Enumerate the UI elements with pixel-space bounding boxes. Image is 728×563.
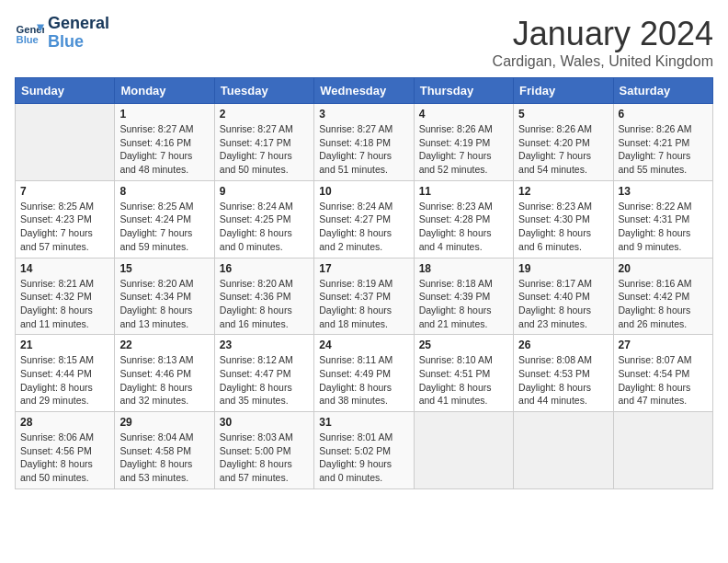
day-info: Sunrise: 8:11 AM Sunset: 4:49 PM Dayligh… bbox=[319, 353, 408, 408]
week-row-3: 21Sunrise: 8:15 AM Sunset: 4:44 PM Dayli… bbox=[16, 335, 713, 412]
day-number: 6 bbox=[619, 108, 708, 121]
weekday-header-tuesday: Tuesday bbox=[214, 78, 313, 104]
day-number: 25 bbox=[419, 339, 508, 351]
week-row-1: 7Sunrise: 8:25 AM Sunset: 4:23 PM Daylig… bbox=[16, 180, 713, 258]
calendar-cell: 6Sunrise: 8:26 AM Sunset: 4:21 PM Daylig… bbox=[613, 104, 712, 181]
day-number: 21 bbox=[20, 339, 109, 351]
day-info: Sunrise: 8:22 AM Sunset: 4:31 PM Dayligh… bbox=[619, 200, 708, 254]
calendar-cell: 17Sunrise: 8:19 AM Sunset: 4:37 PM Dayli… bbox=[314, 258, 414, 335]
day-info: Sunrise: 8:10 AM Sunset: 4:51 PM Dayligh… bbox=[419, 353, 508, 408]
day-info: Sunrise: 8:20 AM Sunset: 4:34 PM Dayligh… bbox=[119, 277, 209, 331]
calendar-cell: 3Sunrise: 8:27 AM Sunset: 4:18 PM Daylig… bbox=[314, 104, 414, 181]
day-info: Sunrise: 8:06 AM Sunset: 4:56 PM Dayligh… bbox=[20, 431, 109, 485]
day-info: Sunrise: 8:16 AM Sunset: 4:42 PM Dayligh… bbox=[619, 277, 708, 331]
calendar-cell bbox=[514, 412, 613, 489]
calendar-title: January 2024 bbox=[493, 15, 713, 53]
day-number: 26 bbox=[518, 339, 608, 351]
day-number: 19 bbox=[518, 262, 608, 275]
calendar-cell: 15Sunrise: 8:20 AM Sunset: 4:34 PM Dayli… bbox=[115, 258, 214, 335]
calendar-cell: 25Sunrise: 8:10 AM Sunset: 4:51 PM Dayli… bbox=[414, 335, 513, 412]
day-info: Sunrise: 8:18 AM Sunset: 4:39 PM Dayligh… bbox=[419, 277, 508, 331]
calendar-cell: 29Sunrise: 8:04 AM Sunset: 4:58 PM Dayli… bbox=[115, 412, 214, 489]
day-info: Sunrise: 8:03 AM Sunset: 5:00 PM Dayligh… bbox=[220, 431, 309, 485]
day-number: 20 bbox=[619, 262, 708, 275]
calendar-subtitle: Cardigan, Wales, United Kingdom bbox=[493, 53, 713, 70]
day-number: 18 bbox=[419, 262, 508, 275]
day-number: 23 bbox=[220, 339, 309, 351]
calendar-cell: 11Sunrise: 8:23 AM Sunset: 4:28 PM Dayli… bbox=[414, 180, 513, 258]
day-number: 3 bbox=[319, 108, 408, 121]
day-info: Sunrise: 8:04 AM Sunset: 4:58 PM Dayligh… bbox=[119, 431, 209, 485]
calendar-cell: 5Sunrise: 8:26 AM Sunset: 4:20 PM Daylig… bbox=[514, 104, 613, 181]
calendar-cell: 21Sunrise: 8:15 AM Sunset: 4:44 PM Dayli… bbox=[16, 335, 115, 412]
weekday-header-wednesday: Wednesday bbox=[314, 78, 414, 104]
day-number: 10 bbox=[319, 185, 408, 198]
calendar-cell: 24Sunrise: 8:11 AM Sunset: 4:49 PM Dayli… bbox=[314, 335, 414, 412]
day-number: 16 bbox=[220, 262, 309, 275]
calendar-cell: 1Sunrise: 8:27 AM Sunset: 4:16 PM Daylig… bbox=[115, 104, 214, 181]
day-info: Sunrise: 8:25 AM Sunset: 4:24 PM Dayligh… bbox=[119, 200, 209, 254]
day-info: Sunrise: 8:23 AM Sunset: 4:28 PM Dayligh… bbox=[419, 200, 508, 254]
calendar-cell: 20Sunrise: 8:16 AM Sunset: 4:42 PM Dayli… bbox=[613, 258, 712, 335]
title-area: January 2024 Cardigan, Wales, United Kin… bbox=[493, 15, 713, 70]
day-info: Sunrise: 8:25 AM Sunset: 4:23 PM Dayligh… bbox=[20, 200, 109, 254]
day-number: 8 bbox=[119, 185, 209, 198]
day-number: 22 bbox=[119, 339, 209, 351]
logo-line1: General bbox=[48, 15, 109, 33]
day-info: Sunrise: 8:17 AM Sunset: 4:40 PM Dayligh… bbox=[518, 277, 608, 331]
calendar-cell bbox=[414, 412, 513, 489]
day-info: Sunrise: 8:27 AM Sunset: 4:17 PM Dayligh… bbox=[220, 122, 309, 177]
logo: General Blue General Blue bbox=[15, 15, 109, 52]
day-number: 9 bbox=[220, 185, 309, 198]
day-info: Sunrise: 8:27 AM Sunset: 4:16 PM Dayligh… bbox=[119, 122, 209, 177]
day-info: Sunrise: 8:26 AM Sunset: 4:19 PM Dayligh… bbox=[419, 122, 508, 177]
week-row-0: 1Sunrise: 8:27 AM Sunset: 4:16 PM Daylig… bbox=[16, 104, 713, 181]
logo-icon: General Blue bbox=[15, 18, 44, 48]
weekday-header-friday: Friday bbox=[514, 78, 613, 104]
weekday-header-monday: Monday bbox=[115, 78, 214, 104]
calendar-cell: 27Sunrise: 8:07 AM Sunset: 4:54 PM Dayli… bbox=[613, 335, 712, 412]
calendar-cell bbox=[16, 104, 115, 181]
calendar-cell: 28Sunrise: 8:06 AM Sunset: 4:56 PM Dayli… bbox=[16, 412, 115, 489]
logo-text: General Blue bbox=[48, 15, 109, 52]
day-number: 29 bbox=[119, 416, 209, 429]
calendar-cell: 7Sunrise: 8:25 AM Sunset: 4:23 PM Daylig… bbox=[16, 180, 115, 258]
calendar-cell: 23Sunrise: 8:12 AM Sunset: 4:47 PM Dayli… bbox=[214, 335, 313, 412]
week-row-2: 14Sunrise: 8:21 AM Sunset: 4:32 PM Dayli… bbox=[16, 258, 713, 335]
day-number: 7 bbox=[20, 185, 109, 198]
day-info: Sunrise: 8:24 AM Sunset: 4:27 PM Dayligh… bbox=[319, 200, 408, 254]
day-number: 11 bbox=[419, 185, 508, 198]
day-info: Sunrise: 8:15 AM Sunset: 4:44 PM Dayligh… bbox=[20, 353, 109, 408]
calendar-cell: 14Sunrise: 8:21 AM Sunset: 4:32 PM Dayli… bbox=[16, 258, 115, 335]
day-number: 30 bbox=[220, 416, 309, 429]
weekday-header-saturday: Saturday bbox=[613, 78, 712, 104]
calendar-cell: 13Sunrise: 8:22 AM Sunset: 4:31 PM Dayli… bbox=[613, 180, 712, 258]
calendar-cell: 26Sunrise: 8:08 AM Sunset: 4:53 PM Dayli… bbox=[514, 335, 613, 412]
day-info: Sunrise: 8:26 AM Sunset: 4:21 PM Dayligh… bbox=[619, 122, 708, 177]
day-info: Sunrise: 8:23 AM Sunset: 4:30 PM Dayligh… bbox=[518, 200, 608, 254]
weekday-header-thursday: Thursday bbox=[414, 78, 513, 104]
day-info: Sunrise: 8:07 AM Sunset: 4:54 PM Dayligh… bbox=[619, 353, 708, 408]
day-number: 24 bbox=[319, 339, 408, 351]
day-number: 13 bbox=[619, 185, 708, 198]
calendar-cell: 30Sunrise: 8:03 AM Sunset: 5:00 PM Dayli… bbox=[214, 412, 313, 489]
calendar-cell: 18Sunrise: 8:18 AM Sunset: 4:39 PM Dayli… bbox=[414, 258, 513, 335]
day-info: Sunrise: 8:08 AM Sunset: 4:53 PM Dayligh… bbox=[518, 353, 608, 408]
day-number: 17 bbox=[319, 262, 408, 275]
day-number: 2 bbox=[220, 108, 309, 121]
calendar-cell: 22Sunrise: 8:13 AM Sunset: 4:46 PM Dayli… bbox=[115, 335, 214, 412]
day-number: 5 bbox=[518, 108, 608, 121]
calendar-cell: 16Sunrise: 8:20 AM Sunset: 4:36 PM Dayli… bbox=[214, 258, 313, 335]
day-info: Sunrise: 8:21 AM Sunset: 4:32 PM Dayligh… bbox=[20, 277, 109, 331]
day-info: Sunrise: 8:26 AM Sunset: 4:20 PM Dayligh… bbox=[518, 122, 608, 177]
day-info: Sunrise: 8:24 AM Sunset: 4:25 PM Dayligh… bbox=[220, 200, 309, 254]
day-number: 15 bbox=[119, 262, 209, 275]
weekday-header-row: SundayMondayTuesdayWednesdayThursdayFrid… bbox=[16, 78, 713, 104]
calendar-cell: 9Sunrise: 8:24 AM Sunset: 4:25 PM Daylig… bbox=[214, 180, 313, 258]
svg-text:Blue: Blue bbox=[17, 34, 39, 45]
day-number: 14 bbox=[20, 262, 109, 275]
calendar-cell: 10Sunrise: 8:24 AM Sunset: 4:27 PM Dayli… bbox=[314, 180, 414, 258]
day-number: 1 bbox=[119, 108, 209, 121]
week-row-4: 28Sunrise: 8:06 AM Sunset: 4:56 PM Dayli… bbox=[16, 412, 713, 489]
day-number: 27 bbox=[619, 339, 708, 351]
